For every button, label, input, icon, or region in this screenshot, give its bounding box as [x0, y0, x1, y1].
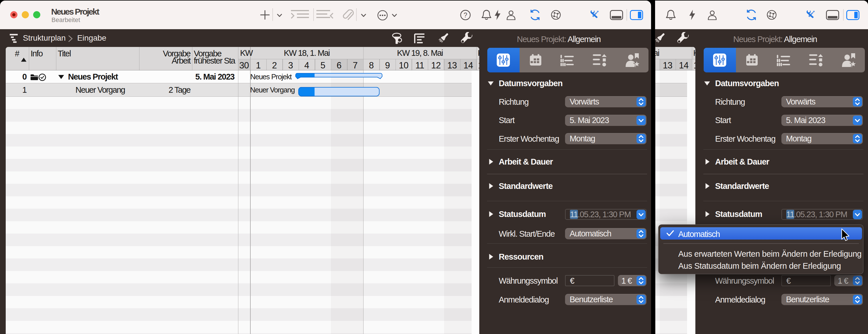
svg-text:?: ? — [464, 11, 467, 19]
